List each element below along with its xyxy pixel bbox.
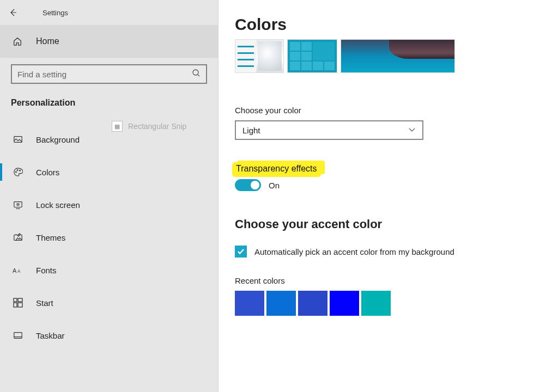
svg-rect-5 xyxy=(14,202,22,207)
fonts-icon: AA xyxy=(12,265,24,275)
color-mode-value: Light xyxy=(242,126,260,135)
nav-start[interactable]: Start xyxy=(0,286,218,319)
check-icon xyxy=(236,247,245,256)
nav-themes[interactable]: Themes xyxy=(0,221,218,254)
transparency-label: Transparency effects xyxy=(235,163,320,174)
themes-icon xyxy=(12,232,24,242)
svg-rect-12 xyxy=(14,303,17,307)
preview-thumbnail[interactable] xyxy=(235,39,284,73)
page-title: Colors xyxy=(235,15,540,34)
auto-accent-label: Automatically pick an accent color from … xyxy=(254,247,454,256)
home-nav[interactable]: Home xyxy=(0,25,218,58)
picture-icon xyxy=(12,134,24,144)
nav-label: Taskbar xyxy=(36,331,65,340)
transparency-value: On xyxy=(269,181,280,190)
svg-rect-6 xyxy=(17,204,19,205)
svg-text:A: A xyxy=(13,267,17,274)
app-title: Settings xyxy=(43,9,68,17)
nav-list: Background Colors Lock screen Themes AA … xyxy=(0,121,218,352)
color-swatch[interactable] xyxy=(330,291,359,316)
back-button[interactable] xyxy=(0,0,26,25)
home-label: Home xyxy=(36,36,59,46)
color-swatch[interactable] xyxy=(235,291,264,316)
svg-rect-14 xyxy=(14,333,22,339)
svg-rect-11 xyxy=(18,298,22,302)
search-input[interactable] xyxy=(17,70,192,79)
auto-accent-checkbox[interactable] xyxy=(235,246,247,258)
svg-point-2 xyxy=(16,171,17,173)
svg-rect-13 xyxy=(18,303,22,307)
palette-icon xyxy=(12,167,24,177)
snip-watermark-label: Rectangular Snip xyxy=(128,122,186,131)
home-icon xyxy=(12,36,23,46)
nav-label: Themes xyxy=(36,233,65,242)
lockscreen-icon xyxy=(12,200,24,210)
transparency-toggle[interactable] xyxy=(235,179,261,191)
nav-taskbar[interactable]: Taskbar xyxy=(0,319,218,352)
svg-point-4 xyxy=(20,170,21,171)
nav-label: Lock screen xyxy=(36,200,80,210)
preview-row xyxy=(235,39,540,73)
recent-colors-label: Recent colors xyxy=(235,276,540,285)
nav-lockscreen[interactable]: Lock screen xyxy=(0,188,218,221)
color-swatch[interactable] xyxy=(361,291,391,316)
preview-thumbnail[interactable] xyxy=(341,39,455,73)
arrow-left-icon xyxy=(9,8,17,17)
start-icon xyxy=(12,298,24,308)
nav-fonts[interactable]: AA Fonts xyxy=(0,254,218,286)
nav-colors[interactable]: Colors xyxy=(0,156,218,188)
accent-heading: Choose your accent color xyxy=(235,217,540,231)
sidebar: Settings Home Personalization ▦ Rectangu… xyxy=(0,0,218,392)
search-icon xyxy=(192,69,201,79)
search-box[interactable] xyxy=(11,64,207,84)
svg-rect-10 xyxy=(14,298,17,302)
nav-label: Colors xyxy=(36,168,59,177)
titlebar: Settings xyxy=(0,0,218,25)
recent-colors-row xyxy=(235,291,540,316)
color-mode-select[interactable]: Light xyxy=(235,120,423,140)
taskbar-icon xyxy=(12,330,24,340)
color-swatch[interactable] xyxy=(298,291,327,316)
search-wrap xyxy=(0,58,218,88)
color-swatch[interactable] xyxy=(266,291,296,316)
auto-accent-checkbox-row[interactable]: Automatically pick an accent color from … xyxy=(235,246,540,258)
svg-point-0 xyxy=(193,70,198,75)
main-content: Colors Choose your color Light Transpare… xyxy=(218,0,540,392)
svg-point-3 xyxy=(17,170,18,171)
nav-label: Start xyxy=(36,298,53,308)
svg-text:A: A xyxy=(17,269,21,274)
snip-icon: ▦ xyxy=(112,121,123,132)
preview-thumbnail[interactable] xyxy=(287,39,337,73)
nav-label: Background xyxy=(36,135,80,144)
chevron-down-icon xyxy=(408,126,416,135)
choose-color-label: Choose your color xyxy=(235,106,540,115)
section-title: Personalization xyxy=(0,88,218,121)
nav-label: Fonts xyxy=(36,266,57,275)
